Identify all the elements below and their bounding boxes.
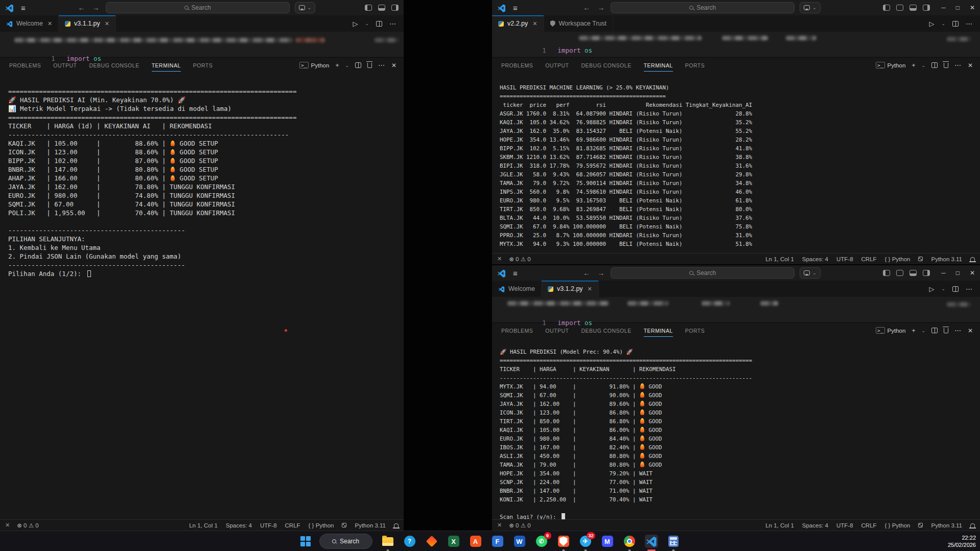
search-input[interactable]: Search [611,2,795,13]
close-tab-icon[interactable]: ✕ [532,20,537,27]
notifications-bell-icon[interactable] [394,523,399,527]
split-terminal-icon[interactable] [931,62,938,68]
copilot-button[interactable]: ⌄ [800,2,821,13]
kill-terminal-icon[interactable] [944,328,948,333]
split-editor-icon[interactable] [376,21,382,27]
copilot-button[interactable]: ⌄ [295,2,316,13]
terminal-dropdown-icon[interactable]: ⌄ [345,63,349,68]
tab-v3-1-1-py[interactable]: v3.1.1.py ✕ [59,15,116,32]
more-actions-icon[interactable]: ⋯ [389,20,396,28]
word-icon[interactable]: W [513,535,526,548]
panel-tab-ports[interactable]: PORTS [685,59,705,71]
editor-area[interactable]: 1 import os [0,32,404,57]
menu-icon[interactable]: ≡ [19,4,28,12]
tab-welcome[interactable]: Welcome [492,281,542,297]
run-dropdown-icon[interactable]: ⌄ [941,286,945,291]
cursor-position[interactable]: Ln 1, Col 1 [189,522,218,529]
more-actions-icon[interactable]: ⋯ [954,327,962,334]
tab-v3-1-2-py[interactable]: v3.1.2.py ✕ [542,281,599,297]
terminal-dropdown-icon[interactable]: ⌄ [921,63,925,68]
terminal-output[interactable]: HASIL PREDIKSI MACHINE LEARNING (> 25.0%… [492,73,980,253]
run-button[interactable]: ▷ [929,20,934,28]
language-mode[interactable]: { } Python [885,256,911,262]
forward-arrow-icon[interactable]: → [91,4,101,12]
more-actions-icon[interactable]: ⋯ [954,61,962,69]
run-button[interactable]: ▷ [353,20,358,28]
cursor-position[interactable]: Ln 1, Col 1 [765,522,794,529]
interpreter-icon[interactable] [342,523,346,527]
menu-icon[interactable]: ≡ [511,269,520,277]
toggle-sidebar-icon[interactable] [883,5,890,11]
kill-terminal-icon[interactable] [367,63,372,68]
problems-summary[interactable]: ⊗ 0 ⚠ 0 [509,522,530,529]
eol-setting[interactable]: CRLF [861,256,877,262]
panel-tab-terminal[interactable]: TERMINAL [152,59,181,72]
new-terminal-icon[interactable]: + [912,327,915,334]
remote-icon[interactable]: ✕ [5,522,10,529]
vscode-icon[interactable] [645,535,658,548]
editor-area[interactable]: 1 import os [492,32,980,57]
toggle-secondary-sidebar-icon[interactable] [923,270,930,276]
monday-icon[interactable]: M [601,535,614,548]
panel-tab-ports[interactable]: PORTS [193,59,213,71]
close-panel-icon[interactable]: ✕ [968,62,973,69]
shell-selector[interactable]: >_Python [876,62,905,68]
forward-arrow-icon[interactable]: → [596,269,605,277]
split-terminal-icon[interactable] [355,62,361,68]
language-mode[interactable]: { } Python [309,522,334,529]
problems-summary[interactable]: ⊗ 0 ⚠ 0 [509,256,530,263]
encoding[interactable]: UTF-8 [260,522,277,529]
panel-tab-terminal[interactable]: TERMINAL [644,325,673,337]
shell-selector[interactable]: >_Python [299,62,329,68]
python-interpreter[interactable]: Python 3.11 [931,522,962,529]
f-app-icon[interactable]: F [491,535,504,548]
toggle-panel-icon[interactable] [909,270,917,276]
toggle-sidebar-icon[interactable] [365,5,372,11]
split-terminal-icon[interactable] [931,328,938,333]
telegram-icon[interactable]: ✈32 [579,535,592,548]
tab-welcome[interactable]: Welcome ✕ [0,15,59,32]
whatsapp-icon[interactable]: ✆9 [535,535,548,548]
back-arrow-icon[interactable]: ← [582,4,591,12]
notifications-bell-icon[interactable] [970,523,975,527]
toggle-secondary-sidebar-icon[interactable] [923,5,930,11]
minimize-button[interactable]: ─ [941,4,946,11]
terminal-output[interactable]: 🚀 HASIL PREDIKSI (Model Prec: 90.4%) 🚀==… [492,338,980,519]
python-interpreter[interactable]: Python 3.11 [355,522,386,529]
run-dropdown-icon[interactable]: ⌄ [941,21,945,26]
remote-icon[interactable]: ✕ [497,522,502,529]
close-tab-icon[interactable]: ✕ [588,286,592,292]
forward-arrow-icon[interactable]: → [596,4,605,12]
close-panel-icon[interactable]: ✕ [391,62,396,69]
more-actions-icon[interactable]: ⋯ [966,20,973,28]
problems-summary[interactable]: ⊗ 0 ⚠ 0 [17,522,38,529]
panel-tab-terminal[interactable]: TERMINAL [644,59,673,72]
chrome-icon[interactable] [623,535,636,548]
editor-area[interactable]: 1 import os [492,297,980,323]
notifications-bell-icon[interactable] [970,257,975,261]
close-window-button[interactable]: ✕ [970,4,975,11]
encoding[interactable]: UTF-8 [836,256,853,262]
terminal-output[interactable]: ========================================… [0,73,404,519]
minimize-button[interactable]: ─ [941,269,946,277]
maximize-button[interactable]: □ [956,269,960,277]
close-window-button[interactable]: ✕ [970,269,975,277]
back-arrow-icon[interactable]: ← [582,269,591,277]
diamond-app-icon[interactable] [425,535,438,548]
split-editor-icon[interactable] [952,21,959,27]
toggle-panel-icon[interactable] [378,5,385,11]
layout-grid-icon[interactable] [896,270,903,276]
back-arrow-icon[interactable]: ← [77,4,86,12]
close-tab-icon[interactable]: ✕ [48,20,52,27]
taskbar-search[interactable]: Search [319,534,372,549]
search-input[interactable]: Search [106,2,290,13]
cursor-position[interactable]: Ln 1, Col 1 [765,256,794,262]
calculator-icon[interactable] [667,535,680,548]
panel-tab-ports[interactable]: PORTS [685,325,705,336]
quiz-app-icon[interactable]: ? [403,535,416,548]
more-actions-icon[interactable]: ⋯ [966,285,973,293]
toggle-secondary-sidebar-icon[interactable] [391,5,399,11]
maximize-button[interactable]: □ [956,4,960,11]
terminal-cursor[interactable] [562,513,565,519]
pdf-reader-icon[interactable]: A [469,535,482,548]
